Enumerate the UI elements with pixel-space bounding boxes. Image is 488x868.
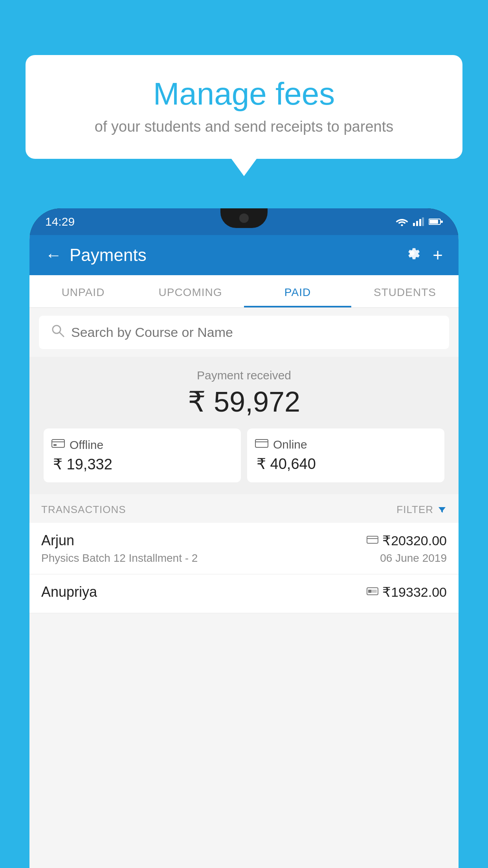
transactions-header: TRANSACTIONS FILTER <box>29 494 459 523</box>
search-icon <box>51 324 65 341</box>
filter-icon <box>437 505 447 515</box>
phone-frame: 14:29 <box>29 208 459 868</box>
transaction-amount-wrap: ₹20320.00 <box>367 533 447 548</box>
online-label: Online <box>273 438 307 451</box>
online-payment-card: Online ₹ 40,640 <box>247 428 444 482</box>
app-header: ← Payments + <box>29 235 459 275</box>
offline-amount: ₹ 19,332 <box>51 456 233 473</box>
header-right: + <box>404 245 443 266</box>
add-button[interactable]: + <box>433 245 443 265</box>
filter-label: FILTER <box>396 504 433 516</box>
online-amount: ₹ 40,640 <box>255 455 437 473</box>
transaction-row[interactable]: Anupriya ₹19332.00 <box>29 574 459 613</box>
offline-icon <box>51 438 65 452</box>
status-icons <box>396 217 443 226</box>
transactions-label: TRANSACTIONS <box>41 504 126 516</box>
filter-container[interactable]: FILTER <box>396 504 447 516</box>
tab-upcoming[interactable]: UPCOMING <box>137 275 244 307</box>
svg-rect-6 <box>429 220 438 224</box>
transaction-date: 06 June 2019 <box>380 552 447 565</box>
offline-label: Offline <box>70 438 103 452</box>
svg-rect-15 <box>367 536 378 543</box>
transaction-course: Physics Batch 12 Installment - 2 <box>41 552 198 565</box>
transaction-amount: ₹19332.00 <box>382 584 447 600</box>
offline-payment-card: Offline ₹ 19,332 <box>44 428 241 482</box>
online-icon <box>255 438 268 451</box>
svg-line-9 <box>60 333 64 337</box>
payment-cards: Offline ₹ 19,332 Online <box>37 428 451 482</box>
status-bar: 14:29 <box>29 208 459 235</box>
transaction-amount: ₹20320.00 <box>382 533 447 548</box>
svg-rect-7 <box>441 221 443 223</box>
payment-total-amount: ₹ 59,972 <box>37 385 451 418</box>
bubble-title: Manage fees <box>53 77 435 111</box>
payment-type-icon <box>367 534 378 547</box>
battery-icon <box>429 218 443 226</box>
speech-bubble: Manage fees of your students and send re… <box>26 55 462 159</box>
svg-rect-1 <box>413 223 415 226</box>
wifi-icon <box>396 217 408 226</box>
svg-rect-4 <box>422 217 424 226</box>
svg-rect-3 <box>419 219 421 226</box>
speech-bubble-container: Manage fees of your students and send re… <box>26 55 462 159</box>
svg-rect-13 <box>255 440 268 447</box>
svg-rect-10 <box>52 440 64 447</box>
phone-container: 14:29 <box>29 208 459 868</box>
app-content: ← Payments + UNPAID UPCOMING <box>29 235 459 868</box>
settings-icon[interactable] <box>404 245 421 266</box>
status-time: 14:29 <box>45 215 75 228</box>
transaction-amount-wrap: ₹19332.00 <box>367 584 447 600</box>
transaction-name: Arjun <box>41 532 74 549</box>
notch <box>220 208 268 228</box>
transaction-name: Anupriya <box>41 584 97 600</box>
svg-rect-12 <box>53 444 57 446</box>
search-input[interactable] <box>71 325 437 340</box>
header-left: ← Payments <box>45 245 147 265</box>
camera <box>239 213 249 223</box>
bubble-subtitle: of your students and send receipts to pa… <box>53 118 435 135</box>
back-button[interactable]: ← <box>45 246 62 265</box>
signal-icon <box>413 217 424 226</box>
tab-paid[interactable]: PAID <box>244 275 351 307</box>
tab-unpaid[interactable]: UNPAID <box>29 275 137 307</box>
payment-summary: Payment received ₹ 59,972 <box>29 357 459 494</box>
payment-received-label: Payment received <box>37 369 451 382</box>
page-title: Payments <box>70 245 147 265</box>
search-bar[interactable] <box>39 316 449 349</box>
svg-rect-19 <box>368 590 371 593</box>
payment-type-icon <box>367 586 378 598</box>
transaction-row[interactable]: Arjun ₹20320.00 Physics Batch 12 Install… <box>29 523 459 574</box>
svg-rect-2 <box>416 221 418 226</box>
tabs-container: UNPAID UPCOMING PAID STUDENTS <box>29 275 459 308</box>
tab-students[interactable]: STUDENTS <box>351 275 459 307</box>
svg-point-0 <box>401 224 403 226</box>
